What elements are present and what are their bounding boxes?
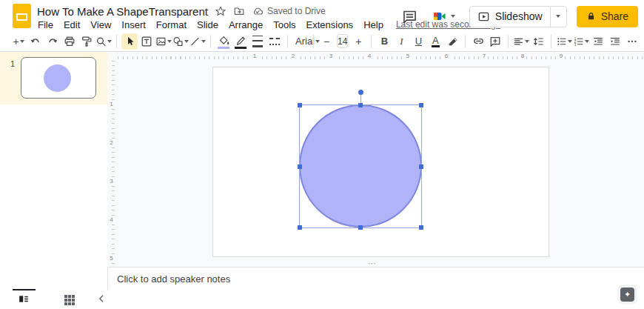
text-color-button[interactable]: A	[427, 33, 443, 50]
slideshow-play-icon	[477, 10, 490, 23]
border-color-button[interactable]	[232, 33, 249, 50]
zoom-icon	[95, 36, 107, 47]
v-ruler-number: 3	[108, 178, 115, 185]
notes-resize-handle[interactable]: ⋯	[368, 259, 377, 267]
menu-insert[interactable]: Insert	[116, 19, 151, 31]
share-button[interactable]: Share	[577, 6, 638, 27]
menu-arrange[interactable]: Arrange	[224, 19, 268, 31]
resize-handle-middle-right[interactable]	[419, 165, 423, 169]
grid-view-button[interactable]	[64, 295, 75, 305]
filmstrip-selected-row[interactable]: 1	[0, 52, 107, 104]
line-spacing-icon	[532, 36, 544, 47]
sparkle-icon: ✦	[620, 288, 634, 302]
saved-status[interactable]: Saved to Drive	[252, 5, 326, 17]
highlighter-icon	[447, 36, 458, 47]
menu-view[interactable]: View	[85, 19, 116, 31]
slideshow-button[interactable]: Slideshow	[469, 6, 567, 27]
cloud-check-icon	[252, 5, 264, 17]
open-comments-icon[interactable]	[402, 9, 417, 24]
resize-handle-middle-left[interactable]	[298, 165, 302, 169]
v-ruler-number: 1	[108, 101, 115, 107]
menu-tools[interactable]: Tools	[268, 19, 301, 31]
filmstrip-panel: 1	[0, 52, 107, 267]
lock-icon	[586, 11, 596, 21]
meet-camera-icon	[432, 10, 448, 23]
insert-line-button[interactable]	[189, 33, 206, 50]
border-color-pen-icon	[235, 36, 246, 47]
h-ruler-number: 7	[480, 53, 488, 59]
toolbar-divider	[508, 35, 509, 48]
svg-text:3: 3	[574, 42, 577, 46]
paint-format-button[interactable]	[78, 33, 95, 50]
insert-image-button[interactable]	[155, 33, 172, 50]
speaker-notes-panel[interactable]: Click to add speaker notes	[107, 267, 644, 289]
hide-menus-button[interactable]	[641, 33, 644, 50]
font-family-select[interactable]: Arial	[292, 33, 309, 50]
slideshow-label: Slideshow	[495, 10, 543, 22]
zoom-button[interactable]	[95, 33, 112, 50]
decrease-font-button[interactable]: −	[318, 33, 335, 50]
h-ruler-number: 5	[404, 53, 412, 59]
decrease-indent-button[interactable]	[590, 33, 606, 50]
increase-indent-button[interactable]	[607, 33, 623, 50]
menu-help[interactable]: Help	[358, 19, 389, 31]
select-tool-button[interactable]	[121, 33, 138, 50]
undo-button[interactable]	[27, 33, 44, 50]
resize-handle-top-center[interactable]	[358, 103, 363, 107]
editor-canvas[interactable]: 1 2 3 4 5 6 7 8 9 1 2 3 4 5	[107, 52, 644, 267]
print-button[interactable]	[61, 33, 78, 50]
bold-button[interactable]: B	[376, 33, 392, 50]
filmstrip-view-button[interactable]	[18, 293, 30, 305]
star-icon[interactable]	[215, 5, 227, 17]
vertical-ruler: 1 2 3 4 5	[107, 61, 116, 267]
move-to-folder-icon[interactable]	[233, 5, 245, 17]
menu-extensions[interactable]: Extensions	[301, 19, 359, 31]
slide-thumbnail[interactable]	[21, 57, 96, 99]
bulleted-list-button[interactable]	[556, 33, 572, 50]
redo-button[interactable]	[44, 33, 61, 50]
rotation-handle[interactable]	[358, 90, 363, 95]
menu-format[interactable]: Format	[151, 19, 192, 31]
slides-logo-icon[interactable]	[13, 4, 31, 28]
slide-editing-area[interactable]	[212, 67, 549, 257]
resize-handle-bottom-left[interactable]	[298, 225, 302, 230]
menu-edit[interactable]: Edit	[58, 19, 85, 31]
collapse-filmstrip-button[interactable]	[95, 293, 107, 305]
toolbar-divider	[116, 35, 117, 48]
highlight-color-button[interactable]	[444, 33, 460, 50]
numbered-list-button[interactable]: 123	[573, 33, 589, 50]
insert-link-button[interactable]	[470, 33, 486, 50]
align-button[interactable]	[513, 33, 529, 50]
slideshow-dropdown[interactable]	[550, 7, 566, 27]
resize-handle-top-right[interactable]	[419, 103, 423, 107]
more-options-button[interactable]	[624, 33, 640, 50]
new-slide-button[interactable]: +	[10, 33, 27, 50]
outdent-icon	[592, 36, 604, 47]
menu-slide[interactable]: Slide	[192, 19, 224, 31]
speaker-notes-placeholder[interactable]: Click to add speaker notes	[117, 273, 230, 285]
share-label: Share	[601, 10, 628, 22]
italic-button[interactable]: I	[393, 33, 409, 50]
filmstrip-view-icon	[18, 293, 30, 305]
header: How To Make A ShapeTransparent Saved to …	[0, 0, 644, 33]
new-slide-caret	[20, 40, 24, 43]
resize-handle-top-left[interactable]	[298, 103, 302, 107]
font-size-input[interactable]: 14	[337, 34, 348, 48]
gemini-sparkle-button[interactable]: ✦	[617, 285, 637, 304]
insert-shape-button[interactable]	[172, 33, 189, 50]
menu-file[interactable]: File	[33, 19, 58, 31]
text-box-icon	[141, 36, 152, 47]
resize-handle-bottom-center[interactable]	[358, 225, 363, 230]
fill-color-button[interactable]	[215, 33, 232, 50]
border-weight-button[interactable]	[249, 33, 266, 50]
add-comment-button[interactable]	[487, 33, 503, 50]
text-box-button[interactable]	[138, 33, 155, 50]
underline-button[interactable]: U	[410, 33, 426, 50]
h-ruler-number: 1	[251, 53, 258, 59]
meet-button[interactable]	[427, 7, 460, 25]
resize-handle-bottom-right[interactable]	[419, 225, 423, 230]
border-dash-button[interactable]	[266, 33, 283, 50]
line-spacing-button[interactable]	[530, 33, 546, 50]
document-title[interactable]: How To Make A ShapeTransparent	[37, 5, 208, 18]
increase-font-button[interactable]: +	[350, 33, 366, 50]
